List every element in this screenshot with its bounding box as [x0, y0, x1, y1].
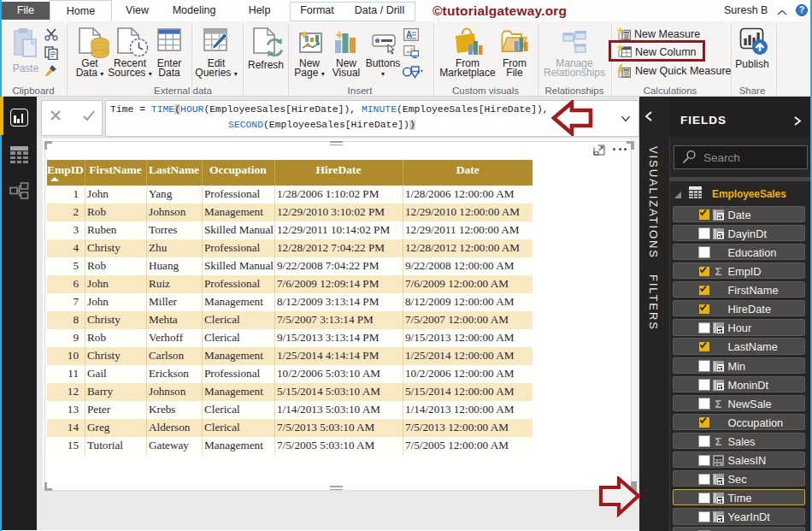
svg-text:A: A: [406, 30, 412, 39]
